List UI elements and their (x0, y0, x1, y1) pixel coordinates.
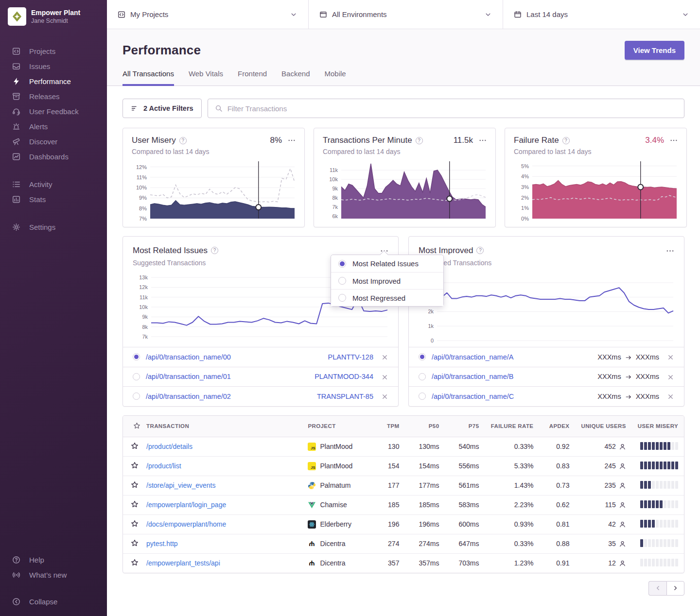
sidebar-item-label: Alerts (29, 122, 48, 131)
transaction-link[interactable]: /docs/empowerplant/home (146, 520, 226, 528)
sidebar-collapse-button[interactable]: Collapse (0, 594, 107, 609)
duration-change: XXXmsXXXms (597, 351, 659, 363)
radio-selected[interactable] (133, 353, 140, 360)
column-header-transaction[interactable]: TRANSACTION (140, 416, 302, 437)
sidebar-item-discover[interactable]: Discover (0, 134, 107, 149)
tab-frontend[interactable]: Frontend (238, 69, 267, 86)
sidebar-item-help[interactable]: Help (0, 552, 107, 567)
filter-dropdown-my-projects[interactable]: My Projects (107, 0, 309, 29)
svg-text:8%: 8% (139, 205, 147, 211)
star-outline-icon[interactable] (131, 539, 139, 547)
tab-all-transactions[interactable]: All Transactions (122, 69, 174, 86)
arrow-right-icon (625, 391, 632, 402)
transaction-link[interactable]: /product/details (146, 443, 192, 450)
radio-selected[interactable] (419, 353, 426, 360)
chevron-down-icon (484, 11, 492, 18)
star-outline-icon[interactable] (131, 520, 139, 528)
transaction-link[interactable]: pytest.http (146, 540, 178, 548)
close-icon[interactable] (381, 371, 388, 383)
sidebar-item-issues[interactable]: Issues (0, 59, 107, 74)
pagination-next-button[interactable] (666, 581, 684, 596)
radio-unselected[interactable] (419, 393, 426, 400)
star-filled-icon[interactable] (131, 481, 139, 489)
transaction-link[interactable]: /api/0/transaction_name/B (432, 373, 513, 380)
transaction-link[interactable]: /store/api_view_events (146, 481, 215, 489)
sidebar-item-projects[interactable]: Projects (0, 44, 107, 59)
sidebar-item-releases[interactable]: Releases (0, 89, 107, 104)
pagination-prev-button[interactable] (648, 581, 666, 596)
column-header-p75[interactable]: P75 (445, 416, 485, 437)
column-header-user-misery[interactable]: USER MISERY (632, 416, 684, 437)
transaction-link[interactable]: /api/0/transaction_name/A (432, 353, 513, 361)
help-icon[interactable]: ? (562, 137, 570, 144)
filter-dropdown-last-14-days[interactable]: Last 14 days (503, 0, 700, 29)
sidebar-item-dashboards[interactable]: Dashboards (0, 149, 107, 164)
transaction-link[interactable]: /api/0/transaction_name/00 (146, 353, 231, 361)
star-filled-icon[interactable] (131, 442, 139, 450)
column-header-failure-rate[interactable]: FAILURE RATE (485, 416, 539, 437)
sidebar-item-performance[interactable]: Performance (0, 74, 107, 89)
issue-link[interactable]: PLANTMOOD-344 (315, 373, 373, 380)
active-filters-button[interactable]: 2 Active Filters (122, 99, 202, 118)
search-input[interactable] (228, 104, 677, 113)
org-header[interactable]: Empower Plant Jane Schmidt (0, 0, 107, 33)
transaction-link[interactable]: /empowerplant_tests/api (146, 559, 220, 567)
tab-backend[interactable]: Backend (281, 69, 310, 86)
radio-selected[interactable] (338, 260, 346, 268)
star-column-header (123, 416, 140, 437)
user-icon (619, 521, 626, 528)
help-icon[interactable]: ? (179, 137, 187, 144)
sidebar: Empower Plant Jane Schmidt ProjectsIssue… (0, 0, 107, 616)
close-icon[interactable] (381, 390, 388, 402)
sidebar-footer: HelpWhat’s newCollapse (0, 552, 107, 616)
sidebar-item-settings[interactable]: Settings (0, 220, 107, 235)
star-filled-icon[interactable] (131, 462, 139, 469)
help-icon[interactable]: ? (211, 247, 218, 254)
view-trends-button[interactable]: View Trends (625, 41, 684, 60)
transaction-link[interactable]: /empowerplant/login_page (146, 501, 226, 509)
column-header-apdex[interactable]: APDEX (539, 416, 575, 437)
radio-unselected[interactable] (419, 373, 426, 380)
sidebar-item-activity[interactable]: Activity (0, 177, 107, 192)
nav-group: ProjectsIssuesPerformanceReleasesUser Fe… (0, 44, 107, 164)
issue-link[interactable]: PLANTTV-128 (328, 353, 374, 361)
transaction-link[interactable]: /api/0/transaction_name/02 (146, 393, 231, 400)
column-header-p50[interactable]: P50 (405, 416, 445, 437)
transaction-link[interactable]: /product/list (146, 462, 181, 470)
user-name: Jane Schmidt (31, 17, 80, 24)
filter-dropdown-all-environments[interactable]: All Environments (309, 0, 503, 29)
transaction-link[interactable]: /api/0/transaction_name/01 (146, 373, 231, 380)
tab-web-vitals[interactable]: Web Vitals (189, 69, 223, 86)
panel-menu-button[interactable] (666, 244, 674, 257)
unique-users-cell: 245 (604, 462, 626, 470)
sidebar-item-user-feedback[interactable]: User Feedback (0, 104, 107, 119)
card-menu-button[interactable] (670, 137, 678, 144)
radio-unselected[interactable] (338, 277, 346, 285)
radio-unselected[interactable] (133, 393, 140, 400)
star-outline-icon[interactable] (131, 559, 139, 566)
column-header-unique-users[interactable]: UNIQUE USERS (575, 416, 631, 437)
sidebar-item-alerts[interactable]: Alerts (0, 119, 107, 134)
help-icon[interactable]: ? (476, 247, 484, 254)
close-icon[interactable] (381, 351, 388, 363)
menu-item-most-regressed[interactable]: Most Regressed (331, 289, 443, 306)
radio-unselected[interactable] (133, 373, 140, 380)
menu-item-most-related-issues[interactable]: Most Related Issues (331, 255, 443, 272)
close-icon[interactable] (667, 351, 674, 363)
transaction-link[interactable]: /api/0/transaction_name/C (432, 393, 514, 400)
help-icon[interactable]: ? (416, 137, 423, 144)
column-header-project[interactable]: PROJECT (302, 416, 375, 437)
tab-mobile[interactable]: Mobile (324, 69, 346, 86)
close-icon[interactable] (667, 390, 674, 402)
close-icon[interactable] (667, 371, 674, 383)
issue-link[interactable]: TRANSPLANT-85 (317, 393, 373, 400)
sidebar-item-stats[interactable]: Stats (0, 192, 107, 207)
menu-item-most-improved[interactable]: Most Improved (331, 272, 443, 289)
radio-unselected[interactable] (338, 294, 346, 302)
sidebar-item-what-s-new[interactable]: What’s new (0, 567, 107, 582)
svg-text:9%: 9% (139, 195, 147, 201)
column-header-tpm[interactable]: TPM (375, 416, 405, 437)
star-outline-icon[interactable] (131, 500, 139, 508)
card-menu-button[interactable] (288, 137, 296, 144)
card-menu-button[interactable] (479, 137, 487, 144)
